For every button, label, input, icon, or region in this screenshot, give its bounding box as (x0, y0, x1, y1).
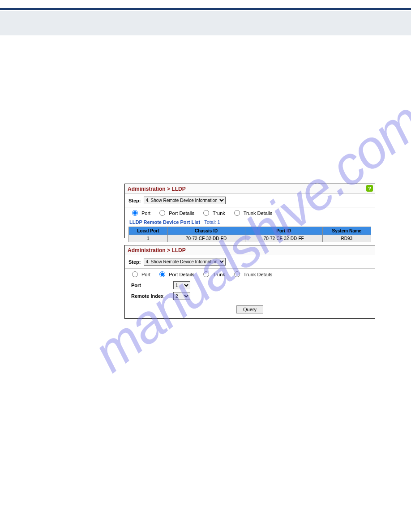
trunk-radio-label: Trunk (213, 210, 225, 216)
lldp-port-list-panel: Administration > LLDP ? Step: 4. Show Re… (124, 184, 375, 238)
port-details-radio-label: Port Details (169, 210, 194, 216)
col-local-port: Local Port (129, 227, 168, 235)
port-details-radio[interactable] (159, 210, 165, 216)
total-value: 1 (218, 219, 220, 225)
query-button[interactable]: Query (236, 305, 263, 313)
breadcrumb: Administration > LLDP (125, 245, 375, 255)
top-border (0, 8, 411, 10)
port-details-radio-label: Port Details (169, 272, 194, 277)
list-title-text: LLDP Remote Device Port List (129, 219, 200, 225)
port-radio[interactable] (132, 271, 138, 277)
remote-index-select[interactable]: 2 (173, 292, 190, 300)
cell-system-name: RD93 (322, 235, 371, 242)
step-label: Step: (128, 198, 141, 203)
cell-port-id: 70-72-CF-32-DD-FF (245, 235, 322, 242)
table-header-row: Local Port Chassis ID Port ID System Nam… (129, 227, 371, 235)
col-chassis-id: Chassis ID (167, 227, 245, 235)
step-label: Step: (128, 259, 141, 265)
step-select[interactable]: 4. Show Remote Device Information (144, 258, 226, 266)
step-row: Step: 4. Show Remote Device Information (125, 255, 375, 269)
port-select[interactable]: 1 (173, 281, 190, 289)
trunk-radio[interactable] (203, 210, 209, 216)
list-title: LLDP Remote Device Port List Total: 1 (125, 219, 375, 227)
remote-index-label: Remote Index (131, 293, 171, 299)
trunk-details-radio-label: Trunk Details (244, 210, 272, 216)
trunk-radio[interactable] (203, 271, 209, 277)
cell-local-port: 1 (129, 235, 168, 242)
remote-device-table: Local Port Chassis ID Port ID System Nam… (128, 227, 371, 242)
port-label: Port (131, 283, 171, 288)
view-radio-row: Port Port Details Trunk Trunk Details (125, 207, 375, 219)
remote-index-row: Remote Index 2 (125, 291, 375, 301)
col-port-id: Port ID (245, 227, 322, 235)
query-row: Query (125, 301, 375, 316)
view-radio-row: Port Port Details Trunk Trunk Details (125, 269, 375, 280)
breadcrumb-text: Administration > LLDP (128, 186, 186, 192)
trunk-details-radio[interactable] (234, 210, 240, 216)
breadcrumb: Administration > LLDP ? (125, 184, 375, 194)
trunk-details-radio-label: Trunk Details (244, 272, 272, 277)
port-row: Port 1 (125, 280, 375, 291)
total-label: Total: (204, 219, 216, 225)
step-row: Step: 4. Show Remote Device Information (125, 194, 375, 207)
help-icon[interactable]: ? (366, 185, 373, 192)
step-select[interactable]: 4. Show Remote Device Information (144, 197, 226, 204)
lldp-port-details-panel: Administration > LLDP Step: 4. Show Remo… (124, 245, 375, 319)
col-system-name: System Name (322, 227, 371, 235)
trunk-radio-label: Trunk (213, 272, 225, 277)
breadcrumb-text: Administration > LLDP (128, 247, 186, 253)
port-details-radio[interactable] (159, 271, 165, 277)
header-strip (0, 11, 411, 35)
port-radio-label: Port (141, 210, 150, 216)
port-radio-label: Port (141, 272, 150, 277)
table-row[interactable]: 1 70-72-CF-32-DD-FD 70-72-CF-32-DD-FF RD… (129, 235, 371, 242)
cell-chassis-id: 70-72-CF-32-DD-FD (167, 235, 245, 242)
trunk-details-radio[interactable] (234, 271, 240, 277)
port-radio[interactable] (132, 210, 138, 216)
